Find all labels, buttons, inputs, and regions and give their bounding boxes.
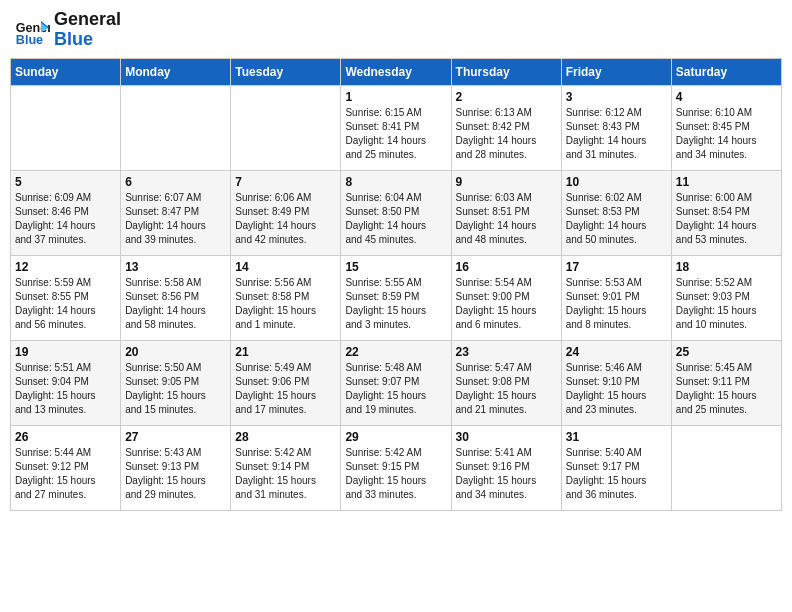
calendar-week-row: 5Sunrise: 6:09 AM Sunset: 8:46 PM Daylig…: [11, 170, 782, 255]
day-number: 1: [345, 90, 446, 104]
day-number: 13: [125, 260, 226, 274]
day-info: Sunrise: 6:02 AM Sunset: 8:53 PM Dayligh…: [566, 191, 667, 247]
calendar-day-cell: 1Sunrise: 6:15 AM Sunset: 8:41 PM Daylig…: [341, 85, 451, 170]
day-info: Sunrise: 6:07 AM Sunset: 8:47 PM Dayligh…: [125, 191, 226, 247]
calendar-day-cell: 18Sunrise: 5:52 AM Sunset: 9:03 PM Dayli…: [671, 255, 781, 340]
day-number: 25: [676, 345, 777, 359]
calendar-day-cell: 3Sunrise: 6:12 AM Sunset: 8:43 PM Daylig…: [561, 85, 671, 170]
day-number: 8: [345, 175, 446, 189]
calendar-day-cell: 12Sunrise: 5:59 AM Sunset: 8:55 PM Dayli…: [11, 255, 121, 340]
calendar-day-cell: 23Sunrise: 5:47 AM Sunset: 9:08 PM Dayli…: [451, 340, 561, 425]
calendar-day-cell: 10Sunrise: 6:02 AM Sunset: 8:53 PM Dayli…: [561, 170, 671, 255]
day-info: Sunrise: 6:15 AM Sunset: 8:41 PM Dayligh…: [345, 106, 446, 162]
weekday-header-saturday: Saturday: [671, 58, 781, 85]
day-number: 23: [456, 345, 557, 359]
day-info: Sunrise: 5:59 AM Sunset: 8:55 PM Dayligh…: [15, 276, 116, 332]
weekday-header-wednesday: Wednesday: [341, 58, 451, 85]
day-number: 21: [235, 345, 336, 359]
calendar-day-cell: 22Sunrise: 5:48 AM Sunset: 9:07 PM Dayli…: [341, 340, 451, 425]
weekday-header-sunday: Sunday: [11, 58, 121, 85]
calendar-day-cell: 11Sunrise: 6:00 AM Sunset: 8:54 PM Dayli…: [671, 170, 781, 255]
calendar-day-cell: 4Sunrise: 6:10 AM Sunset: 8:45 PM Daylig…: [671, 85, 781, 170]
day-info: Sunrise: 5:51 AM Sunset: 9:04 PM Dayligh…: [15, 361, 116, 417]
calendar-day-cell: 24Sunrise: 5:46 AM Sunset: 9:10 PM Dayli…: [561, 340, 671, 425]
logo-icon: General Blue: [14, 12, 50, 48]
calendar-day-cell: 26Sunrise: 5:44 AM Sunset: 9:12 PM Dayli…: [11, 425, 121, 510]
day-info: Sunrise: 6:06 AM Sunset: 8:49 PM Dayligh…: [235, 191, 336, 247]
day-info: Sunrise: 6:10 AM Sunset: 8:45 PM Dayligh…: [676, 106, 777, 162]
day-number: 5: [15, 175, 116, 189]
calendar-day-cell: 25Sunrise: 5:45 AM Sunset: 9:11 PM Dayli…: [671, 340, 781, 425]
logo-blue-word: Blue: [54, 29, 93, 49]
day-number: 14: [235, 260, 336, 274]
day-info: Sunrise: 5:45 AM Sunset: 9:11 PM Dayligh…: [676, 361, 777, 417]
calendar-day-cell: 30Sunrise: 5:41 AM Sunset: 9:16 PM Dayli…: [451, 425, 561, 510]
calendar-day-cell: 6Sunrise: 6:07 AM Sunset: 8:47 PM Daylig…: [121, 170, 231, 255]
day-info: Sunrise: 5:56 AM Sunset: 8:58 PM Dayligh…: [235, 276, 336, 332]
calendar-day-cell: 9Sunrise: 6:03 AM Sunset: 8:51 PM Daylig…: [451, 170, 561, 255]
calendar-week-row: 1Sunrise: 6:15 AM Sunset: 8:41 PM Daylig…: [11, 85, 782, 170]
calendar-day-cell: 2Sunrise: 6:13 AM Sunset: 8:42 PM Daylig…: [451, 85, 561, 170]
day-number: 30: [456, 430, 557, 444]
day-info: Sunrise: 6:03 AM Sunset: 8:51 PM Dayligh…: [456, 191, 557, 247]
calendar-header-row: SundayMondayTuesdayWednesdayThursdayFrid…: [11, 58, 782, 85]
page-header: General Blue General Blue: [10, 10, 782, 50]
day-info: Sunrise: 5:42 AM Sunset: 9:15 PM Dayligh…: [345, 446, 446, 502]
day-number: 19: [15, 345, 116, 359]
weekday-header-monday: Monday: [121, 58, 231, 85]
day-info: Sunrise: 5:50 AM Sunset: 9:05 PM Dayligh…: [125, 361, 226, 417]
calendar-day-cell: 29Sunrise: 5:42 AM Sunset: 9:15 PM Dayli…: [341, 425, 451, 510]
day-number: 31: [566, 430, 667, 444]
logo: General Blue General Blue: [14, 10, 121, 50]
calendar-day-cell: 7Sunrise: 6:06 AM Sunset: 8:49 PM Daylig…: [231, 170, 341, 255]
calendar-day-cell: 15Sunrise: 5:55 AM Sunset: 8:59 PM Dayli…: [341, 255, 451, 340]
weekday-header-friday: Friday: [561, 58, 671, 85]
day-number: 2: [456, 90, 557, 104]
calendar-day-cell: 5Sunrise: 6:09 AM Sunset: 8:46 PM Daylig…: [11, 170, 121, 255]
day-number: 28: [235, 430, 336, 444]
calendar-day-cell: 28Sunrise: 5:42 AM Sunset: 9:14 PM Dayli…: [231, 425, 341, 510]
calendar-week-row: 12Sunrise: 5:59 AM Sunset: 8:55 PM Dayli…: [11, 255, 782, 340]
day-info: Sunrise: 5:42 AM Sunset: 9:14 PM Dayligh…: [235, 446, 336, 502]
day-number: 16: [456, 260, 557, 274]
day-number: 20: [125, 345, 226, 359]
day-number: 29: [345, 430, 446, 444]
calendar-day-cell: 31Sunrise: 5:40 AM Sunset: 9:17 PM Dayli…: [561, 425, 671, 510]
day-number: 18: [676, 260, 777, 274]
empty-calendar-cell: [671, 425, 781, 510]
day-info: Sunrise: 5:58 AM Sunset: 8:56 PM Dayligh…: [125, 276, 226, 332]
day-info: Sunrise: 6:00 AM Sunset: 8:54 PM Dayligh…: [676, 191, 777, 247]
day-number: 15: [345, 260, 446, 274]
day-info: Sunrise: 5:40 AM Sunset: 9:17 PM Dayligh…: [566, 446, 667, 502]
day-info: Sunrise: 5:55 AM Sunset: 8:59 PM Dayligh…: [345, 276, 446, 332]
day-info: Sunrise: 6:13 AM Sunset: 8:42 PM Dayligh…: [456, 106, 557, 162]
calendar-day-cell: 19Sunrise: 5:51 AM Sunset: 9:04 PM Dayli…: [11, 340, 121, 425]
day-number: 11: [676, 175, 777, 189]
day-info: Sunrise: 5:46 AM Sunset: 9:10 PM Dayligh…: [566, 361, 667, 417]
day-number: 22: [345, 345, 446, 359]
calendar-day-cell: 13Sunrise: 5:58 AM Sunset: 8:56 PM Dayli…: [121, 255, 231, 340]
day-info: Sunrise: 5:44 AM Sunset: 9:12 PM Dayligh…: [15, 446, 116, 502]
calendar-day-cell: 14Sunrise: 5:56 AM Sunset: 8:58 PM Dayli…: [231, 255, 341, 340]
day-number: 6: [125, 175, 226, 189]
day-number: 3: [566, 90, 667, 104]
empty-calendar-cell: [121, 85, 231, 170]
day-number: 4: [676, 90, 777, 104]
empty-calendar-cell: [231, 85, 341, 170]
day-number: 9: [456, 175, 557, 189]
logo-text-general: General: [54, 10, 121, 30]
calendar-day-cell: 21Sunrise: 5:49 AM Sunset: 9:06 PM Dayli…: [231, 340, 341, 425]
empty-calendar-cell: [11, 85, 121, 170]
day-info: Sunrise: 5:52 AM Sunset: 9:03 PM Dayligh…: [676, 276, 777, 332]
day-info: Sunrise: 5:48 AM Sunset: 9:07 PM Dayligh…: [345, 361, 446, 417]
day-info: Sunrise: 5:41 AM Sunset: 9:16 PM Dayligh…: [456, 446, 557, 502]
svg-text:Blue: Blue: [16, 33, 43, 47]
day-number: 27: [125, 430, 226, 444]
weekday-header-tuesday: Tuesday: [231, 58, 341, 85]
calendar-week-row: 26Sunrise: 5:44 AM Sunset: 9:12 PM Dayli…: [11, 425, 782, 510]
calendar-week-row: 19Sunrise: 5:51 AM Sunset: 9:04 PM Dayli…: [11, 340, 782, 425]
day-number: 17: [566, 260, 667, 274]
day-number: 10: [566, 175, 667, 189]
calendar-day-cell: 27Sunrise: 5:43 AM Sunset: 9:13 PM Dayli…: [121, 425, 231, 510]
calendar-table: SundayMondayTuesdayWednesdayThursdayFrid…: [10, 58, 782, 511]
